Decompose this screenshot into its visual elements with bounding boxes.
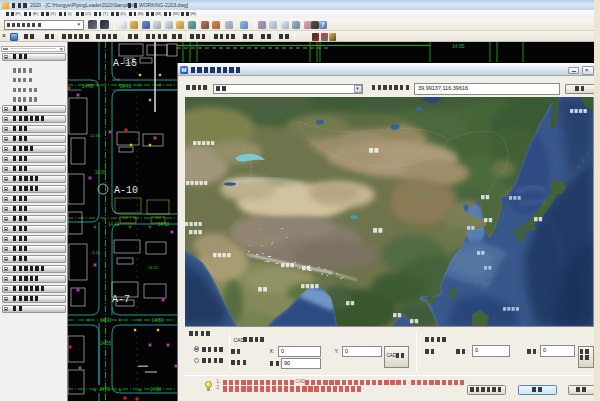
svg-text:14.50: 14.50 [150,387,162,392]
svg-text:14.49: 14.49 [99,387,111,392]
svg-text:4.40: 4.40 [92,250,101,255]
svg-text:A-7: A-7 [112,294,130,305]
svg-text:14.55: 14.55 [452,43,465,49]
svg-text:14.59: 14.59 [152,318,164,323]
svg-text:A-15: A-15 [113,58,137,69]
svg-text:14.55: 14.55 [90,133,101,138]
svg-text:14.30: 14.30 [100,318,112,323]
svg-text:A-10: A-10 [114,185,138,196]
svg-text:▬▬: ▬▬ [138,362,148,368]
svg-text:14.52: 14.52 [148,265,159,270]
svg-text:14.50: 14.50 [95,170,107,175]
svg-text:14.55: 14.55 [100,341,112,346]
svg-text:14.40: 14.40 [108,222,120,227]
svg-text:14.46: 14.46 [120,84,132,89]
